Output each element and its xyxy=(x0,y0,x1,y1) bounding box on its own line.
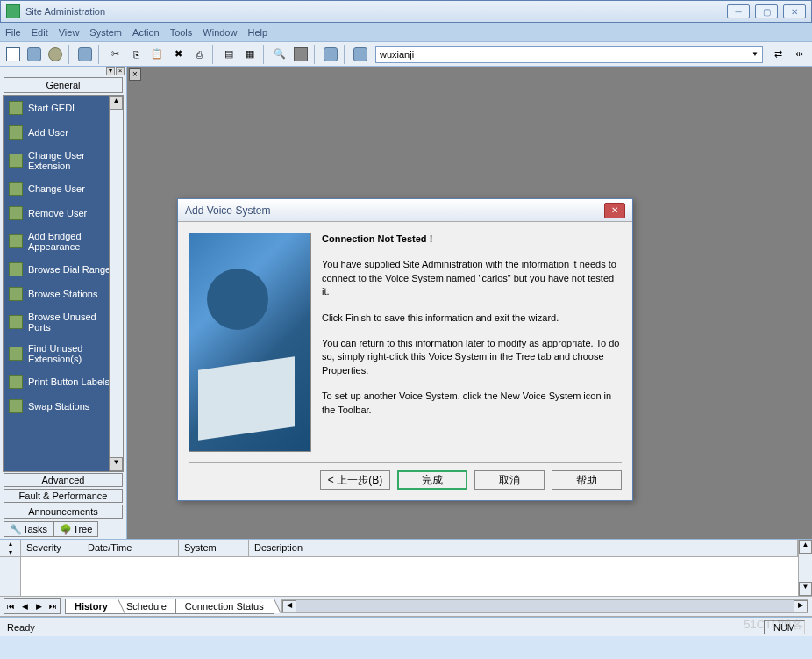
sidebar-item-add-bridged[interactable]: Add Bridged Appearance xyxy=(4,226,123,257)
tab-first-icon[interactable]: ⏮ xyxy=(4,599,18,613)
dialog-close-button[interactable]: ✕ xyxy=(604,203,625,218)
col-severity[interactable]: Severity xyxy=(21,540,82,556)
system-combo[interactable]: wuxianji ▼ xyxy=(375,46,763,63)
sidebar-item-browse-ports[interactable]: Browse Unused Ports xyxy=(4,306,123,338)
tb-copy-icon[interactable]: ⎘ xyxy=(126,45,146,64)
tb-list-icon[interactable]: ▤ xyxy=(219,45,239,64)
tab-schedule[interactable]: Schedule xyxy=(117,599,176,614)
scroll-up-icon[interactable]: ▲ xyxy=(110,96,123,110)
scroll-left-icon[interactable]: ◀ xyxy=(282,600,296,612)
col-datetime[interactable]: Date/Time xyxy=(82,540,179,556)
menu-view[interactable]: View xyxy=(59,27,80,38)
watermark: 51CTO博客 xyxy=(744,617,803,633)
tb-disconnect-icon[interactable]: ⇹ xyxy=(789,45,808,64)
add-voice-system-dialog: Add Voice System ✕ Connection Not Tested… xyxy=(177,198,633,501)
dialog-title: Add Voice System xyxy=(185,204,604,217)
finish-button[interactable]: 完成 xyxy=(397,470,467,490)
menu-tools[interactable]: Tools xyxy=(170,27,193,38)
tb-voice-icon[interactable] xyxy=(321,45,340,64)
dialog-p4: To set up another Voice System, click th… xyxy=(322,390,622,417)
tb-connect-icon[interactable]: ⇄ xyxy=(768,45,787,64)
menu-action[interactable]: Action xyxy=(132,27,160,38)
sidebar-scrollbar[interactable]: ▲ ▼ xyxy=(109,96,123,471)
grid-nav-down-icon[interactable]: ▾ xyxy=(0,548,20,557)
tab-prev-icon[interactable]: ◀ xyxy=(18,599,32,613)
sidebar-cat-fault[interactable]: Fault & Performance xyxy=(4,489,123,503)
tb-open-icon[interactable] xyxy=(25,45,44,64)
tab-next-icon[interactable]: ▶ xyxy=(32,599,46,613)
sidebar-item-change-user[interactable]: Change User xyxy=(4,176,123,201)
tb-system-icon[interactable] xyxy=(351,45,370,64)
sidebar-item-start-gedi[interactable]: Start GEDI xyxy=(4,96,123,120)
sidebar-item-print-labels[interactable]: Print Button Labels xyxy=(4,369,123,394)
scroll-down-icon[interactable]: ▼ xyxy=(799,582,812,596)
grid-vscroll[interactable]: ▲ ▼ xyxy=(798,540,812,596)
close-button[interactable]: ✕ xyxy=(783,4,806,18)
scroll-right-icon[interactable]: ▶ xyxy=(794,600,808,612)
col-system[interactable]: System xyxy=(179,540,249,556)
sidebar-tab-tree[interactable]: 🌳Tree xyxy=(53,521,98,537)
back-button[interactable]: < 上一步(B) xyxy=(320,470,390,490)
dropdown-icon: ▼ xyxy=(751,50,759,58)
app-icon xyxy=(6,4,20,18)
tb-separator xyxy=(98,45,102,64)
cancel-button[interactable]: 取消 xyxy=(474,470,545,490)
gedi-icon xyxy=(9,101,23,115)
menu-edit[interactable]: Edit xyxy=(32,27,48,38)
mdi-close-icon[interactable]: × xyxy=(129,68,141,81)
menu-file[interactable]: File xyxy=(5,27,21,38)
sidebar-item-swap-stations[interactable]: Swap Stations xyxy=(4,394,123,419)
tb-delete-icon[interactable]: ✖ xyxy=(168,45,188,64)
sidebar-min-icon[interactable]: ▾ xyxy=(106,67,115,75)
tasks-icon: 🔧 xyxy=(10,524,20,534)
status-text: Ready xyxy=(7,622,35,633)
tb-print-icon[interactable] xyxy=(291,45,310,64)
tab-history[interactable]: History xyxy=(65,599,118,614)
sidebar: ▾ × General Start GEDI Add User Change U… xyxy=(0,67,127,539)
menu-system[interactable]: System xyxy=(89,27,122,38)
sidebar-tab-tasks[interactable]: 🔧Tasks xyxy=(4,521,53,537)
sidebar-item-browse-dial[interactable]: Browse Dial Ranges xyxy=(4,257,123,282)
maximize-button[interactable]: ▢ xyxy=(755,4,778,18)
tb-find-icon[interactable]: 🔍 xyxy=(270,45,289,64)
window-title: Site Administration xyxy=(25,6,727,17)
dialog-titlebar: Add Voice System ✕ xyxy=(178,199,632,222)
sidebar-cat-announcements[interactable]: Announcements xyxy=(4,505,123,519)
event-grid: ▴ ▾ Severity Date/Time System Descriptio… xyxy=(0,539,812,596)
sidebar-cat-advanced[interactable]: Advanced xyxy=(4,473,123,487)
tb-refresh-icon[interactable] xyxy=(75,45,95,64)
sidebar-item-browse-stations[interactable]: Browse Stations xyxy=(4,282,123,306)
tb-separator xyxy=(263,45,267,64)
tab-last-icon[interactable]: ⏭ xyxy=(46,599,61,613)
minimize-button[interactable]: ─ xyxy=(727,4,750,18)
scroll-down-icon[interactable]: ▼ xyxy=(110,457,123,471)
tb-cut-icon[interactable]: ✂ xyxy=(105,45,125,64)
tb-paste-icon[interactable]: 📋 xyxy=(147,45,167,64)
menu-window[interactable]: Window xyxy=(203,27,237,38)
sidebar-item-find-ext[interactable]: Find Unused Extension(s) xyxy=(4,338,123,369)
sidebar-item-remove-user[interactable]: Remove User xyxy=(4,201,123,226)
tab-connection-status[interactable]: Connection Status xyxy=(175,599,274,614)
print-icon xyxy=(9,375,23,389)
grid-nav-up-icon[interactable]: ▴ xyxy=(0,540,20,548)
tb-grid-icon[interactable]: ▦ xyxy=(240,45,260,64)
tb-separator xyxy=(212,45,216,64)
menu-help[interactable]: Help xyxy=(247,27,267,38)
sidebar-close-icon[interactable]: × xyxy=(116,67,125,75)
sidebar-header-general[interactable]: General xyxy=(4,77,123,93)
grid-body xyxy=(21,557,798,596)
bottom-hscroll[interactable]: ◀ ▶ xyxy=(281,599,808,613)
scroll-track[interactable] xyxy=(110,110,123,457)
sidebar-list: Start GEDI Add User Change User Extensio… xyxy=(3,95,124,472)
tb-save-icon[interactable] xyxy=(46,45,65,64)
dial-icon xyxy=(9,262,23,276)
tb-props-icon[interactable]: ⎙ xyxy=(189,45,209,64)
sidebar-item-add-user[interactable]: Add User xyxy=(4,120,123,145)
tb-new-icon[interactable] xyxy=(4,45,23,64)
help-button[interactable]: 帮助 xyxy=(552,470,622,490)
sidebar-item-change-user-ext[interactable]: Change User Extension xyxy=(4,145,123,176)
find-icon xyxy=(9,347,23,361)
wizard-image xyxy=(189,233,311,452)
col-description[interactable]: Description xyxy=(249,540,798,556)
scroll-up-icon[interactable]: ▲ xyxy=(799,540,812,554)
